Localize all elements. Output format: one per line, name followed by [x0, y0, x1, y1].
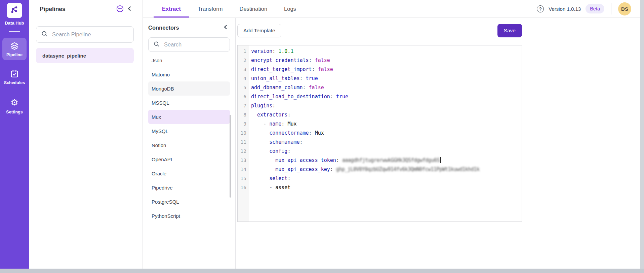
code-line-1[interactable]: version: 1.0.1: [251, 47, 522, 56]
code-token: :: [330, 166, 336, 172]
code-line-14[interactable]: mux_api_access_key: ghp_jL0V0Y0qzbUZqw91…: [251, 165, 522, 174]
code-token: :: [309, 130, 315, 136]
tab-extract[interactable]: Extract: [154, 0, 189, 18]
line-number: 16: [238, 183, 249, 192]
editor-code-pane[interactable]: version: 1.0.1encrypt_credentials: false…: [249, 45, 522, 221]
code-line-8[interactable]: extractors:: [251, 110, 522, 120]
connector-item-mssql[interactable]: MSSQL: [148, 96, 230, 110]
code-token: [251, 148, 269, 154]
add-pipeline-button[interactable]: [115, 3, 125, 15]
tab-bar: ExtractTransformDestinationLogs: [143, 0, 305, 18]
code-token: union_all_tables: [251, 75, 300, 81]
code-line-16[interactable]: - asset: [251, 183, 522, 192]
connector-list-scrollbar[interactable]: [230, 115, 231, 198]
editor-toolbar: Add Template Save: [237, 24, 522, 37]
code-token: [251, 157, 275, 163]
code-line-6[interactable]: direct_load_to_destination: true: [251, 92, 522, 101]
code-line-15[interactable]: select:: [251, 174, 522, 183]
line-number: 13: [238, 156, 249, 165]
yaml-code-editor[interactable]: 12345678910111213141516 version: 1.0.1en…: [237, 45, 522, 222]
code-token: config: [269, 148, 287, 154]
code-line-13[interactable]: mux_api_access_token: aaagdhfjtugrerwwkG…: [251, 156, 522, 165]
connector-item-oracle[interactable]: Oracle: [148, 166, 230, 180]
add-template-button[interactable]: Add Template: [237, 24, 281, 37]
pipeline-search-box: [36, 26, 134, 43]
code-line-12[interactable]: config:: [251, 147, 522, 156]
code-token: asset: [275, 184, 290, 191]
connector-item-matomo[interactable]: Matomo: [148, 67, 230, 81]
sidebar-item-schedules[interactable]: Schedules: [2, 66, 27, 88]
connectors-title: Connectors: [148, 25, 222, 31]
collapse-connectors-button[interactable]: [222, 23, 230, 32]
connector-item-mux[interactable]: Mux: [148, 110, 230, 124]
tab-transform[interactable]: Transform: [189, 0, 231, 18]
pipelines-panel-header: Pipelines: [36, 0, 134, 18]
code-token: :: [336, 157, 342, 163]
editor-gutter: 12345678910111213141516: [238, 45, 249, 221]
pipeline-item-datasync_pipeline[interactable]: datasync_pipeline: [36, 48, 134, 63]
code-line-9[interactable]: - name: Mux: [251, 120, 522, 129]
collapse-left-icon: [127, 6, 132, 12]
datahub-logo[interactable]: [7, 3, 22, 18]
code-token: :: [300, 139, 303, 145]
tab-destination[interactable]: Destination: [231, 0, 276, 18]
code-token: :: [272, 48, 278, 54]
code-line-10[interactable]: connectorname: Mux: [251, 129, 522, 138]
window-right-scrollbar[interactable]: [640, 0, 644, 273]
code-token: [251, 130, 269, 136]
connector-item-pipedrive[interactable]: Pipedrive: [148, 180, 230, 195]
code-token: select: [269, 175, 287, 181]
code-line-4[interactable]: union_all_tables: true: [251, 74, 522, 83]
sidebar-item-label: Pipeline: [6, 53, 23, 57]
connector-item-json[interactable]: Json: [148, 53, 230, 67]
save-button[interactable]: Save: [497, 24, 522, 37]
code-token: 1.0.1: [278, 48, 293, 54]
code-token: plugins: [251, 103, 272, 109]
sidebar-item-settings[interactable]: ⚙ Settings: [2, 94, 27, 117]
code-token: :: [303, 84, 309, 91]
calendar-check-icon: [10, 69, 19, 78]
code-line-11[interactable]: schemaname:: [251, 138, 522, 147]
help-icon[interactable]: ?: [537, 5, 544, 12]
code-token: :: [330, 94, 336, 100]
datahub-logo-icon: [10, 5, 19, 16]
sidebar-item-pipeline[interactable]: Pipeline: [2, 38, 27, 60]
code-line-2[interactable]: encrypt_credentials: false: [251, 56, 522, 65]
code-token: mux_api_access_key: [275, 166, 330, 172]
line-number: 5: [238, 83, 249, 92]
connector-item-mongodb[interactable]: MongoDB: [148, 81, 230, 96]
connector-item-openapi[interactable]: OpenAPI: [148, 152, 230, 166]
pipelines-panel: Pipelines: [29, 0, 143, 269]
code-token: mux_api_access_token: [275, 157, 336, 163]
code-token: Mux: [287, 121, 296, 127]
code-token: connectorname: [269, 130, 309, 136]
connector-item-pythonscript[interactable]: PythonScript: [148, 209, 230, 223]
connector-item-postgresql[interactable]: PostgreSQL: [148, 195, 230, 209]
code-token: direct_target_import: [251, 66, 312, 72]
connector-item-notion[interactable]: Notion: [148, 138, 230, 152]
code-token: false: [309, 84, 324, 91]
layers-icon: [10, 41, 19, 50]
blurred-secret-value: aaagdhfjtugrerwwkGGHk3QSfdgwfdgu6S: [342, 157, 440, 163]
code-token: :: [312, 66, 318, 72]
line-number: 7: [238, 101, 249, 110]
code-token: extractors: [257, 112, 287, 118]
avatar[interactable]: DS: [618, 2, 631, 15]
pipeline-search-input[interactable]: [52, 31, 129, 38]
connector-item-mysql[interactable]: MySQL: [148, 124, 230, 138]
code-line-3[interactable]: direct_target_import: false: [251, 65, 522, 74]
collapse-pipelines-button[interactable]: [125, 4, 134, 14]
code-line-5[interactable]: add_dbname_column: false: [251, 83, 522, 92]
code-token: Mux: [315, 130, 324, 136]
code-line-7[interactable]: plugins:: [251, 101, 522, 110]
code-token: false: [315, 57, 330, 63]
editor-area: Add Template Save 1234567891011121314151…: [236, 18, 640, 269]
connectors-header: Connectors: [148, 18, 230, 37]
code-token: :: [309, 57, 315, 63]
add-icon: [116, 5, 124, 14]
code-token: schemaname: [269, 139, 299, 145]
tab-logs[interactable]: Logs: [276, 0, 305, 18]
code-token: [251, 112, 257, 118]
connector-search-input[interactable]: [164, 41, 225, 48]
topbar-right: ? Version 1.0.13 Beta DS: [537, 2, 640, 15]
